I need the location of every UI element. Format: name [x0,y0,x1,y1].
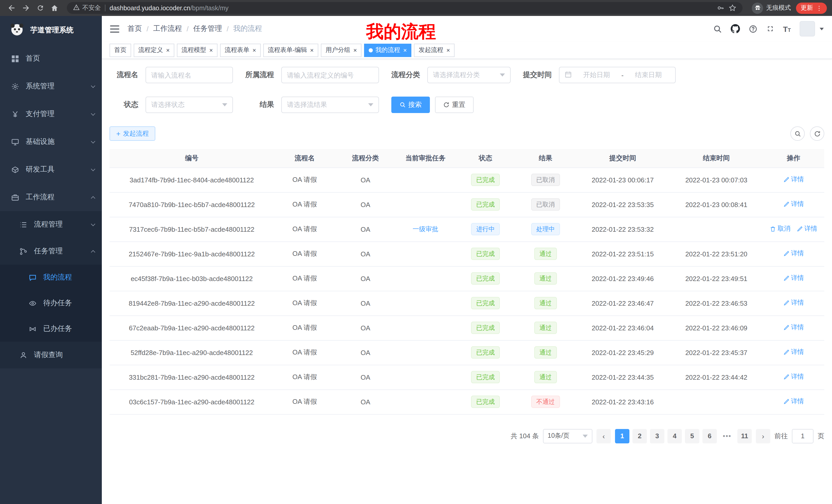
search-icon[interactable] [713,24,722,33]
sidebar-item-infrastructure[interactable]: 基础设施 [0,128,102,156]
page-number-6[interactable]: 6 [702,429,717,443]
sidebar-item-dev-tools[interactable]: 研发工具 [0,156,102,184]
jumper-input[interactable] [792,429,813,443]
page-number-3[interactable]: 3 [650,429,665,443]
reload-button[interactable] [34,2,46,14]
result-label: 结果 [245,100,274,109]
prev-page-button[interactable]: ‹ [597,429,611,443]
sidebar-item-todo-tasks[interactable]: 待办任务 [0,290,102,316]
navbar-actions: TT [713,21,824,36]
sidebar-item-workflow[interactable]: 工作流程 [0,184,102,211]
detail-link[interactable]: 详情 [783,274,804,283]
table-row: 819442e8-7b9a-11ec-a290-acde48001122OA 请… [109,291,824,315]
sidebar-menu: 首页 系统管理 支付管理 基础设施 [0,45,102,368]
filter-submit-time: 提交时间 开始日期 - 结束日期 [523,67,676,83]
bookmark-star-icon[interactable] [729,4,736,12]
address-bar[interactable]: 不安全 dashboard.yudao.iocoder.cn/bpm/task/… [67,2,743,14]
submit-time-range-picker[interactable]: 开始日期 - 结束日期 [559,67,676,83]
process-name-input[interactable] [146,67,233,83]
breadcrumb-separator: / [227,25,229,33]
chevron-down-icon[interactable] [820,27,824,30]
branch-icon [19,247,28,255]
table-row: 03c6c157-7b9a-11ec-a290-acde48001122OA 请… [109,389,824,414]
page-number-11[interactable]: 11 [737,429,752,443]
next-page-button[interactable]: › [756,429,770,443]
fullscreen-icon[interactable] [766,25,774,33]
breadcrumb-item-task-management[interactable]: 任务管理 [193,24,222,33]
detail-link[interactable]: 详情 [797,225,817,233]
detail-link[interactable]: 详情 [783,200,804,209]
detail-link[interactable]: 详情 [783,348,804,357]
detail-link[interactable]: 详情 [783,299,804,307]
breadcrumb-separator: / [187,25,189,33]
pages-ellipsis[interactable]: ••• [720,429,734,443]
sidebar-item-task-management[interactable]: 任务管理 [0,238,102,264]
tab-item-5[interactable]: 用户分组× [321,44,362,57]
process-def-input[interactable] [281,67,379,83]
browser-menu-icon[interactable]: ⋮ [816,4,822,11]
sidebar-item-system[interactable]: 系统管理 [0,73,102,100]
page-number-5[interactable]: 5 [685,429,699,443]
close-icon[interactable]: × [253,47,256,53]
current-task-link[interactable]: 一级审批 [413,225,438,233]
help-icon[interactable] [749,24,757,33]
reset-button[interactable]: 重置 [435,96,474,113]
detail-link[interactable]: 详情 [783,373,804,382]
hamburger-icon[interactable] [110,25,119,33]
back-button[interactable] [5,2,18,14]
close-icon[interactable]: × [310,47,314,53]
search-toggle-button[interactable] [790,127,805,141]
detail-link[interactable]: 详情 [783,324,804,332]
font-size-icon[interactable]: TT [783,24,791,33]
sidebar-item-my-process[interactable]: 我的流程 [0,264,102,290]
tab-item-0[interactable]: 首页 [109,44,131,57]
tab-item-7[interactable]: 发起流程× [414,44,454,57]
result-select[interactable]: 请选择流结果 [281,96,379,113]
page-number-1[interactable]: 1 [615,429,629,443]
close-icon[interactable]: × [403,47,407,53]
tab-item-4[interactable]: 流程表单-编辑× [263,44,318,57]
result-badge: 通过 [534,248,557,260]
update-button[interactable]: 更新 ⋮ [796,2,827,13]
search-button[interactable]: 搜索 [391,96,430,113]
category-select[interactable]: 请选择流程分类 [427,67,511,83]
detail-link[interactable]: 详情 [783,175,804,184]
sidebar-item-home[interactable]: 首页 [0,45,102,73]
password-key-icon[interactable] [717,4,725,12]
process-name-field[interactable] [151,71,227,79]
page-number-2[interactable]: 2 [632,429,647,443]
close-icon[interactable]: × [446,47,450,53]
close-icon[interactable]: × [353,47,357,53]
status-select[interactable]: 请选择状态 [146,96,233,113]
table-row: 3ad174fb-7b9d-11ec-8404-acde48001122OA 请… [109,167,824,192]
tab-item-1[interactable]: 流程定义× [134,44,174,57]
forward-button[interactable] [20,2,32,14]
detail-link[interactable]: 详情 [783,249,804,258]
app-logo[interactable]: 芋道管理系统 [0,16,102,45]
cell-id: 2152467e-7b9b-11ec-9a1b-acde48001122 [109,242,274,266]
breadcrumb-item-workflow[interactable]: 工作流程 [153,24,182,33]
process-def-field[interactable] [287,71,373,79]
category-placeholder: 请选择流程分类 [433,71,480,80]
refresh-table-button[interactable] [810,127,824,141]
sidebar-item-payment[interactable]: 支付管理 [0,100,102,128]
tab-item-2[interactable]: 流程模型× [177,44,217,57]
tab-item-3[interactable]: 流程表单× [220,44,261,57]
close-icon[interactable]: × [166,47,170,53]
cancel-link[interactable]: 取消 [770,225,790,233]
detail-link[interactable]: 详情 [783,397,804,406]
home-button[interactable] [48,2,61,14]
page-size-select[interactable]: 10条/页 [543,429,592,443]
avatar[interactable] [800,21,815,36]
github-icon[interactable] [730,24,740,33]
sidebar-item-leave-query[interactable]: 请假查询 [0,342,102,368]
incognito-badge[interactable]: 无痕模式 [752,2,791,13]
tab-item-6[interactable]: 我的流程× [364,44,411,57]
sidebar-item-process-management[interactable]: 流程管理 [0,211,102,238]
page-number-4[interactable]: 4 [668,429,682,443]
sidebar-item-done-tasks[interactable]: 已办任务 [0,316,102,342]
security-indicator[interactable]: 不安全 [73,4,101,12]
close-icon[interactable]: × [209,47,213,53]
create-process-button[interactable]: + 发起流程 [109,127,155,141]
breadcrumb-item-home[interactable]: 首页 [128,24,142,33]
